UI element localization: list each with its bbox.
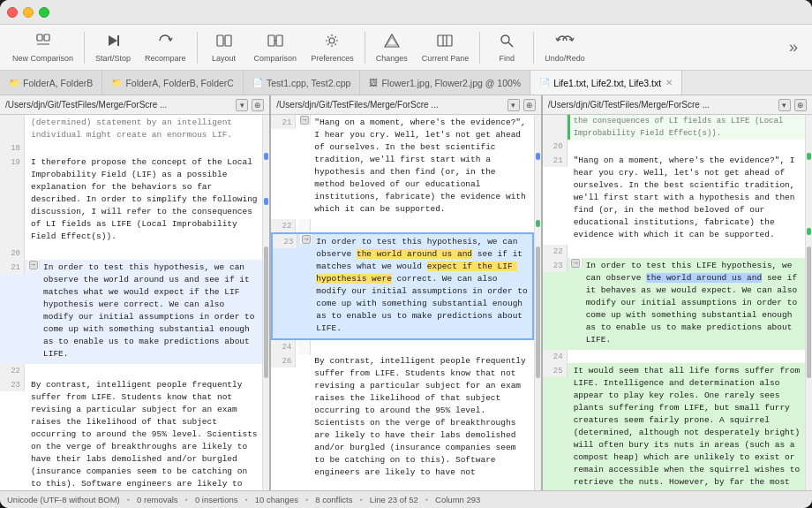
- tab-flower-jpg-label: Flower1.jpg, Flower2.jpg @ 100%: [381, 78, 521, 88]
- content-area: /Users/djn/Git/TestFiles/Merge/ForScre .…: [0, 95, 812, 490]
- pane-center-expand[interactable]: ⊕: [523, 99, 536, 111]
- tab-test-cpp-label: Test1.cpp, Test2.cpp: [267, 78, 351, 88]
- toolbar-overflow-button[interactable]: »: [782, 34, 805, 60]
- svg-rect-1: [44, 34, 49, 41]
- changes-button[interactable]: Changes: [371, 29, 413, 66]
- change-action-icon[interactable]: →: [29, 261, 38, 269]
- table-row: 19 I therefore propose the concept of th…: [0, 155, 262, 246]
- new-comparison-icon: [35, 33, 51, 52]
- tab-folder-ab-label: FolderA, FolderB: [23, 78, 93, 88]
- pane-right-scroll-area: the consequences of LI fields as LIFE (L…: [543, 115, 812, 490]
- undo-redo-button[interactable]: Undo/Redo: [539, 29, 590, 66]
- pane-right-scrollbar[interactable]: [805, 115, 812, 490]
- table-row: 20: [543, 140, 805, 153]
- changes-label: Changes: [376, 54, 408, 63]
- pane-right-header: /Users/djn/Git/TestFiles/Merge/ForScre .…: [543, 95, 812, 115]
- pane-right-text: the consequences of LI fields as LIFE (L…: [543, 115, 805, 490]
- find-button[interactable]: Find: [485, 29, 528, 66]
- find-icon: [499, 33, 515, 52]
- pane-left-path: /Users/djn/Git/TestFiles/Merge/ForScre .…: [5, 100, 232, 110]
- pane-center-path: /Users/djn/Git/TestFiles/Merge/ForScre .…: [276, 100, 503, 110]
- recompare-button[interactable]: Recompare: [139, 29, 192, 66]
- status-line: Line 23 of 52: [370, 495, 418, 504]
- change-action-icon-c2[interactable]: →: [302, 235, 311, 244]
- tab-close-button[interactable]: ✕: [665, 78, 673, 87]
- toolbar-divider-4: [479, 32, 480, 64]
- preferences-label: Preferences: [311, 54, 354, 63]
- find-label: Find: [499, 54, 515, 63]
- table-row: 25 It would seem that all life forms suf…: [543, 363, 805, 490]
- table-row: 21 → In order to test this hypothesis, w…: [0, 260, 262, 364]
- tab-test-cpp[interactable]: 📄 Test1.cpp, Test2.cpp: [244, 71, 361, 95]
- comparison-icon: [267, 33, 283, 52]
- change-action-icon-r1[interactable]: →: [571, 259, 580, 268]
- toolbar-divider-3: [365, 32, 365, 64]
- changes-icon: [384, 33, 400, 52]
- preferences-button[interactable]: Preferences: [305, 29, 359, 66]
- table-row: 26 By contrast, intelligent people frequ…: [271, 353, 533, 482]
- scrollbar-thumb[interactable]: [264, 246, 268, 378]
- pane-right-expand[interactable]: ⊕: [794, 99, 807, 111]
- status-conflicts: 8 conflicts: [315, 495, 352, 504]
- close-button[interactable]: [7, 7, 18, 18]
- svg-line-17: [508, 42, 513, 47]
- pane-right-dropdown[interactable]: ▾: [778, 99, 791, 111]
- table-row: (determined) statement by an intelligent…: [0, 115, 262, 141]
- pane-left-expand[interactable]: ⊕: [252, 99, 264, 111]
- pane-left-header: /Users/djn/Git/TestFiles/Merge/ForScre .…: [0, 95, 269, 115]
- table-row: 23 By contrast, intelligent people frequ…: [0, 377, 262, 490]
- new-comparison-button[interactable]: New Comparison: [7, 29, 79, 66]
- pane-right-content[interactable]: the consequences of LI fields as LIFE (L…: [543, 115, 805, 490]
- pane-left: /Users/djn/Git/TestFiles/Merge/ForScre .…: [0, 95, 271, 490]
- pane-left-dropdown[interactable]: ▾: [236, 99, 248, 111]
- tab-life-txt-label: Life1.txt, Life2.txt, Life3.txt: [553, 78, 661, 88]
- comparison-label: Comparison: [254, 54, 297, 63]
- pane-center-dropdown[interactable]: ▾: [508, 99, 520, 111]
- folder-icon: 📁: [9, 78, 19, 87]
- minimize-button[interactable]: [23, 7, 34, 18]
- start-stop-label: Start/Stop: [95, 54, 131, 63]
- folder-icon-2: 📁: [111, 78, 122, 87]
- pane-center-scrollbar[interactable]: [534, 115, 541, 490]
- svg-point-10: [329, 38, 335, 43]
- table-row: 24: [543, 350, 805, 363]
- tab-flower-jpg[interactable]: 🖼 Flower1.jpg, Flower2.jpg @ 100%: [360, 71, 530, 95]
- toolbar-divider-5: [533, 32, 534, 64]
- tab-folder-abc[interactable]: 📁 FolderA, FolderB, FolderC: [102, 71, 244, 95]
- change-action-icon-c1[interactable]: →: [300, 116, 309, 125]
- scrollbar-thumb-right[interactable]: [807, 246, 811, 378]
- undo-redo-label: Undo/Redo: [545, 54, 585, 63]
- pane-right-path: /Users/djn/Git/TestFiles/Merge/ForScre .…: [548, 100, 775, 110]
- pane-left-scrollbar[interactable]: [262, 115, 269, 490]
- tab-life-txt[interactable]: 📄 Life1.txt, Life2.txt, Life3.txt ✕: [530, 71, 682, 95]
- status-changes: 10 changes: [255, 495, 298, 504]
- start-stop-button[interactable]: Start/Stop: [90, 29, 136, 66]
- table-row: 21 "Hang on a moment, where's the eviden…: [543, 153, 805, 245]
- file-icon: 📄: [252, 78, 263, 87]
- layout-button[interactable]: Layout: [203, 29, 245, 66]
- table-row: 18: [0, 141, 262, 155]
- comparison-button[interactable]: Comparison: [249, 29, 303, 66]
- scrollbar-thumb-center[interactable]: [536, 246, 540, 378]
- layout-icon: [216, 33, 232, 52]
- pane-left-scroll-area: (determined) statement by an intelligent…: [0, 115, 269, 490]
- statusbar: Unicode (UTF-8 without BOM) • 0 removals…: [0, 490, 812, 508]
- new-comparison-label: New Comparison: [12, 54, 73, 63]
- pane-center-content[interactable]: 21 → "Hang on a moment, where's the evid…: [271, 115, 533, 490]
- pane-center: /Users/djn/Git/TestFiles/Merge/ForScre .…: [271, 95, 542, 490]
- status-removals: 0 removals: [137, 495, 177, 504]
- svg-point-16: [501, 35, 509, 43]
- pane-center-header: /Users/djn/Git/TestFiles/Merge/ForScre .…: [271, 95, 540, 115]
- tab-folder-abc-label: FolderA, FolderB, FolderC: [125, 78, 234, 88]
- table-row: 24: [271, 340, 533, 353]
- tab-folder-ab[interactable]: 📁 FolderA, FolderB: [0, 71, 102, 95]
- undo-redo-icon: [555, 33, 575, 52]
- table-row: 22: [271, 219, 533, 232]
- pane-left-text: (determined) statement by an intelligent…: [0, 115, 262, 490]
- current-pane-button[interactable]: Current Pane: [417, 29, 475, 66]
- pane-left-content[interactable]: (determined) statement by an intelligent…: [0, 115, 262, 490]
- status-encoding: Unicode (UTF-8 without BOM): [7, 495, 120, 504]
- preferences-icon: [324, 33, 340, 52]
- maximize-button[interactable]: [39, 7, 49, 18]
- table-row: 21 → "Hang on a moment, where's the evid…: [271, 115, 533, 219]
